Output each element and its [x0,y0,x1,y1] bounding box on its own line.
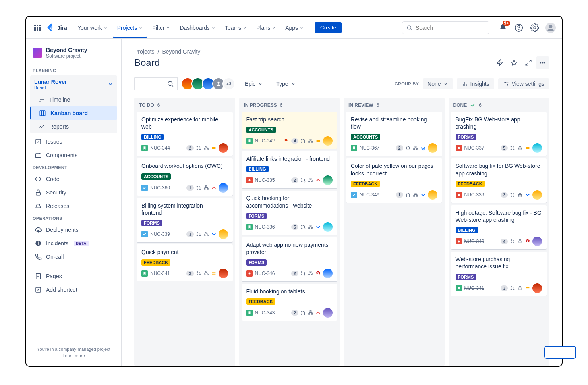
project-header[interactable]: Beyond Gravity Software project [29,47,118,65]
epic-badge[interactable]: BILLING [456,227,478,233]
issue-card[interactable]: Quick booking for accommodations - websi… [242,191,338,235]
search-input[interactable] [416,25,485,31]
sidebar-add-shortcut[interactable]: Add shortcut [29,283,118,296]
app-switcher[interactable] [31,21,44,34]
issue-card[interactable]: Software bug fix for BG Web-store app cr… [451,158,547,202]
sidebar-issues[interactable]: Issues [29,135,118,148]
sidebar-timeline[interactable]: Timeline [30,93,117,106]
issue-key[interactable]: NUC-346 [255,271,275,276]
sidebar-kanban-board[interactable]: Kanban board [30,106,117,120]
learn-more-link[interactable]: Learn more [33,353,115,358]
sidebar-incidents[interactable]: IncidentsBETA [29,237,118,250]
issue-key[interactable]: NUC-336 [255,224,275,230]
issue-card[interactable]: Adapt web app no new payments provider F… [242,237,338,281]
sidebar-releases[interactable]: Releases [29,199,118,213]
assignee-filter[interactable]: +3 [184,77,235,90]
assignee-avatar[interactable] [428,143,437,153]
help-widget[interactable] [544,346,576,359]
nav-filter[interactable]: Filter [148,17,174,38]
assignee-avatar[interactable] [219,229,228,239]
issue-key[interactable]: NUC-339 [464,192,484,198]
issue-key[interactable]: NUC-341 [464,285,484,291]
assignee-avatar[interactable] [532,190,542,200]
notifications-button[interactable]: 9+ [497,21,509,34]
issue-key[interactable]: NUC-343 [255,310,275,316]
issue-card[interactable]: Quick payment FEEDBACK NUC-341 3 [137,244,233,281]
nav-projects[interactable]: Projects [113,17,147,38]
jira-logo[interactable]: Jira [47,23,67,32]
issue-key[interactable]: NUC-342 [255,138,275,144]
nav-plans[interactable]: Plans [252,17,280,38]
assignee-avatar[interactable] [323,222,333,232]
issue-key[interactable]: NUC-335 [255,177,275,183]
epic-badge[interactable]: ACCOUNTS [141,173,171,180]
group-by-select[interactable]: None [423,78,453,89]
epic-badge[interactable]: ACCOUNTS [351,134,380,140]
nav-dashboards[interactable]: Dashboards [176,17,219,38]
epic-badge[interactable]: FORMS [456,134,476,140]
epic-badge[interactable]: BILLING [246,166,269,172]
assignee-avatar[interactable] [532,143,542,153]
board-search[interactable] [134,77,178,90]
nav-your-work[interactable]: Your work [74,17,112,38]
issue-card[interactable]: Fast trip search ACCOUNTS NUC-342 4 [242,112,338,149]
epic-filter[interactable]: Epic [241,78,267,89]
automation-button[interactable] [493,56,506,69]
epic-badge[interactable]: FEEDBACK [351,181,380,187]
assignee-avatar[interactable] [219,269,228,278]
assignee-avatar[interactable] [532,283,542,293]
issue-card[interactable]: BugFix BG Web-store app crashing FORMS N… [451,112,547,156]
crumb-project[interactable]: Beyond Gravity [162,48,200,55]
assignee-avatar[interactable] [532,237,542,246]
create-button[interactable]: Create [315,22,342,33]
epic-badge[interactable]: FEEDBACK [141,259,170,266]
issue-card[interactable]: Fluid booking on tablets FEEDBACK NUC-34… [242,284,338,321]
type-filter[interactable]: Type [272,78,299,89]
sidebar-reports[interactable]: Reports [30,120,117,133]
assignee-avatar[interactable] [219,183,228,192]
issue-key[interactable]: NUC-344 [150,145,170,151]
assignee-avatar[interactable] [219,143,228,153]
issue-card[interactable]: High outage: Software bug fix - BG Web-s… [451,205,547,249]
global-search[interactable] [402,21,489,34]
issue-card[interactable]: Billing system integration - frontend FO… [137,198,233,242]
issue-key[interactable]: NUC-360 [150,185,170,191]
insights-button[interactable]: Insights [457,78,494,89]
epic-badge[interactable]: FORMS [246,213,267,219]
epic-badge[interactable]: FEEDBACK [456,181,485,187]
issue-card[interactable]: Affiliate links integration - frontend B… [242,151,338,188]
sidebar-code[interactable]: Code [29,172,118,186]
issue-key[interactable]: NUC-337 [464,145,484,151]
avatar-more[interactable]: +3 [222,77,235,90]
issue-card[interactable]: Web-store purchasing performance issue f… [451,252,547,296]
board-switcher[interactable]: Lunar Rover Board [30,75,117,93]
assignee-avatar[interactable] [323,175,333,185]
nav-apps[interactable]: Apps [281,17,308,38]
more-button[interactable] [536,56,549,69]
settings-button[interactable] [528,21,541,34]
issue-key[interactable]: NUC-339 [150,231,170,237]
profile-button[interactable] [544,21,557,34]
issue-card[interactable]: Optimize experience for mobile web BILLI… [137,112,233,156]
view-settings-button[interactable]: View settings [498,78,549,89]
sidebar-pages[interactable]: Pages [29,270,118,283]
epic-badge[interactable]: FORMS [456,274,476,280]
assignee-avatar[interactable] [323,308,333,318]
issue-key[interactable]: NUC-341 [150,271,170,276]
epic-badge[interactable]: FEEDBACK [246,298,275,305]
sidebar-security[interactable]: Security [29,186,118,199]
epic-badge[interactable]: FORMS [246,259,267,266]
sidebar-components[interactable]: Components [29,148,118,162]
epic-badge[interactable]: BILLING [141,134,164,140]
sidebar-on-call[interactable]: On-call [29,250,118,264]
epic-badge[interactable]: FORMS [141,220,162,226]
nav-teams[interactable]: Teams [221,17,251,38]
sidebar-deployments[interactable]: Deployments [29,223,118,237]
assignee-avatar[interactable] [323,269,333,278]
assignee-avatar[interactable] [428,190,437,200]
help-button[interactable] [513,21,525,34]
issue-card[interactable]: Onboard workout options (OWO) ACCOUNTS N… [137,158,233,195]
issue-card[interactable]: Color of pale yellow on our pages looks … [346,158,442,202]
issue-key[interactable]: NUC-340 [464,239,484,244]
star-button[interactable] [508,56,520,69]
